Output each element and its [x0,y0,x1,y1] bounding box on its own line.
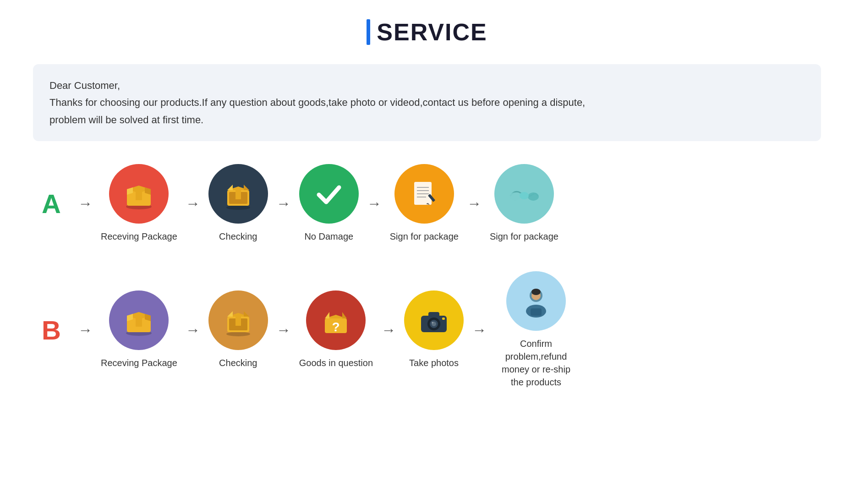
row-label-a: A [33,188,70,219]
svg-marker-32 [227,311,233,317]
step-label-camera: Take photos [409,356,459,369]
arrow: → [186,322,200,339]
svg-point-22 [520,192,529,199]
step-label-sign2: Sign for package [490,230,558,243]
svg-point-21 [528,192,539,201]
svg-marker-39 [342,312,347,318]
step-sign2: Sign for package [490,164,558,243]
step-checking-a: Checking [208,164,268,243]
flow-row-a: A → Receving Pa [33,164,821,248]
step-nodamage: No Damage [299,164,359,243]
svg-marker-38 [325,312,329,318]
svg-point-29 [226,332,250,336]
checking-b-icon [208,290,268,350]
step-label-receiving-b: Receving Package [101,356,177,369]
sign2-icon [494,164,554,224]
svg-text:?: ? [332,320,340,334]
arrow: → [276,322,291,339]
receiving-a-icon [109,164,169,224]
step-label-receiving-a: Receving Package [101,230,177,243]
page-title: SERVICE [377,18,487,46]
step-camera: Take photos [404,290,464,369]
svg-marker-10 [244,185,249,190]
svg-point-6 [226,205,250,210]
svg-marker-9 [227,185,233,190]
arrow: → [186,195,200,212]
notice-line2: Thanks for choosing our products.If any … [49,94,805,111]
nodamage-icon [299,164,359,224]
svg-point-52 [531,289,541,295]
step-confirm: Confirm problem,refund money or re-ship … [495,271,577,389]
svg-rect-5 [136,189,142,200]
step-label-checking-a: Checking [219,230,257,243]
receiving-b-icon [109,290,169,350]
step-label-checking-b: Checking [219,356,257,369]
arrow: → [472,322,487,339]
svg-rect-12 [235,190,241,199]
camera-icon [404,290,464,350]
step-sign1: Sign for package [390,164,459,243]
arrow: → [367,195,382,212]
confirm-icon [506,271,566,331]
svg-point-20 [509,192,520,201]
arrow: → [78,322,93,339]
step-question: ? Goods in question [299,290,373,369]
checking-a-icon [208,164,268,224]
title-accent-bar [367,19,370,45]
notice-line1: Dear Customer, [49,77,805,94]
notice-box: Dear Customer, Thanks for choosing our p… [33,64,821,141]
question-icon: ? [306,290,366,350]
row-label-b: B [33,315,70,345]
step-receiving-b: Receving Package [101,290,177,369]
step-label-confirm: Confirm problem,refund money or re-ship … [495,337,577,389]
arrow: → [276,195,291,212]
notice-line3: problem will be solved at first time. [49,111,805,128]
svg-rect-35 [235,317,241,326]
svg-point-46 [432,322,433,323]
arrow: → [381,322,396,339]
step-receiving-a: Receving Package [101,164,177,243]
svg-marker-33 [244,311,249,317]
arrow: → [467,195,482,212]
svg-rect-42 [428,312,439,318]
step-label-question: Goods in question [299,356,373,369]
svg-rect-28 [136,316,142,327]
step-checking-b: Checking [208,290,268,369]
step-label-sign1: Sign for package [390,230,459,243]
sign1-icon [394,164,454,224]
page-header: SERVICE [367,18,487,46]
svg-rect-47 [442,318,445,320]
svg-rect-50 [531,308,542,316]
arrow: → [78,195,93,212]
step-label-nodamage: No Damage [304,230,353,243]
flow-row-b: B → Receving Package → [33,271,821,394]
